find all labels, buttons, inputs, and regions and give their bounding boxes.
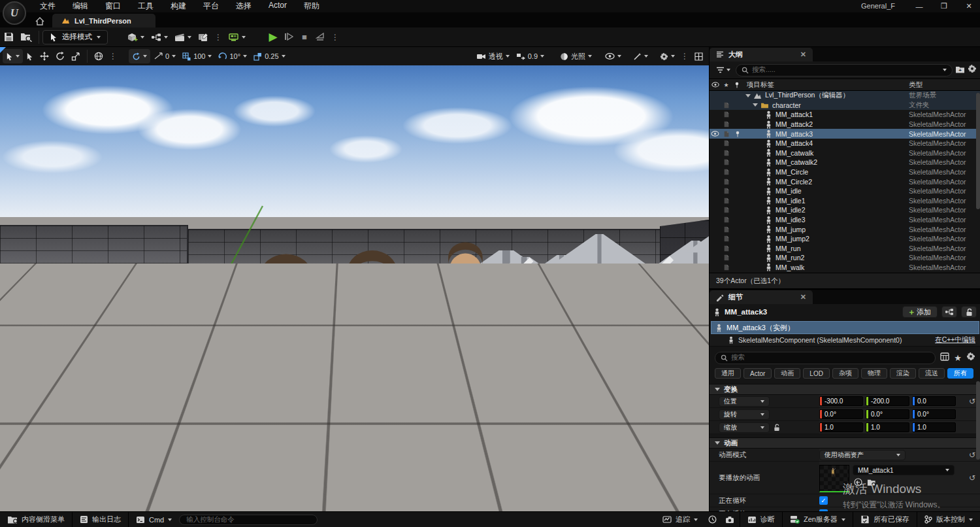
quad-view-button[interactable]: [691, 49, 706, 63]
move-tool-button[interactable]: [37, 49, 52, 63]
zen-server-button[interactable]: Zen服务器: [783, 512, 853, 527]
insights-icon[interactable]: [705, 512, 720, 527]
eject-button[interactable]: [313, 31, 327, 42]
outliner-row[interactable]: character 文件夹: [710, 101, 980, 110]
maximize-button[interactable]: ❒: [937, 1, 951, 12]
outliner-settings-button[interactable]: [968, 64, 977, 76]
content-drawer-button[interactable]: 内容侧滑菜单: [0, 512, 72, 527]
viewport-options-dots[interactable]: ⋮: [678, 52, 691, 61]
scale-tool-button[interactable]: [68, 49, 84, 63]
minimize-button[interactable]: —: [912, 1, 926, 12]
location-z-field[interactable]: 0.0: [912, 396, 956, 406]
animation-thumbnail[interactable]: [819, 465, 849, 492]
scale-dropdown[interactable]: 缩放: [719, 422, 770, 433]
tab-details[interactable]: 细节 ✕: [710, 290, 813, 304]
close-icon[interactable]: ✕: [800, 293, 806, 301]
tab-outliner[interactable]: 大纲 ✕: [710, 48, 813, 61]
outliner-filter-button[interactable]: [713, 67, 733, 74]
camera-speed-button[interactable]: 0.9: [513, 49, 547, 63]
outliner-row[interactable]: MM_catwalk2 SkeletalMeshActor: [710, 158, 980, 167]
location-dropdown[interactable]: 位置: [719, 396, 770, 407]
outliner-row[interactable]: MM_attack3 SkeletalMeshActor: [710, 129, 980, 139]
scale-snap-button[interactable]: 0.25: [250, 49, 288, 63]
lock-icon[interactable]: [961, 306, 977, 318]
trace-button[interactable]: 追踪: [655, 512, 705, 527]
rotation-x-field[interactable]: 0.0°: [819, 409, 863, 419]
details-filter-tab[interactable]: LOD: [803, 368, 830, 379]
scale-lock-icon[interactable]: [774, 424, 780, 432]
select-tool-button[interactable]: [23, 49, 37, 63]
menu-item[interactable]: 帮助: [295, 0, 328, 13]
outliner-row[interactable]: MM_Circle SkeletalMeshActor: [710, 167, 980, 177]
platforms-button[interactable]: [225, 29, 249, 45]
details-filter-tab[interactable]: Actor: [743, 368, 772, 379]
show-flags-button[interactable]: [602, 49, 625, 63]
blueprints-button[interactable]: [148, 29, 171, 45]
content-browser-button[interactable]: [17, 29, 35, 45]
outliner-row[interactable]: MM_idle SkeletalMeshActor: [710, 186, 980, 196]
revision-control-button[interactable]: 版本控制: [917, 512, 980, 527]
blueprint-edit-button[interactable]: [941, 306, 957, 318]
details-settings-icon[interactable]: [966, 352, 975, 364]
viewport-overflow-dots[interactable]: ⋮: [106, 52, 120, 61]
use-selected-asset-icon[interactable]: [854, 477, 862, 489]
world-coordinate-button[interactable]: [91, 49, 106, 63]
menu-item[interactable]: Actor: [260, 0, 295, 13]
view-mode-button[interactable]: 光照: [557, 49, 595, 63]
preview-wand-button[interactable]: [630, 49, 651, 63]
outliner-row[interactable]: MM_walk SkeletalMeshActor: [710, 263, 980, 273]
surface-snap-button[interactable]: 0: [150, 49, 179, 63]
column-item-label[interactable]: 项目标签: [742, 80, 909, 90]
display-options-icon[interactable]: [940, 352, 949, 364]
close-button[interactable]: ✕: [962, 1, 976, 12]
menu-item[interactable]: 构建: [162, 0, 195, 13]
details-filter-tab[interactable]: 通用: [715, 368, 741, 379]
location-y-field[interactable]: -200.0: [866, 396, 909, 406]
favorites-star-icon[interactable]: ★: [954, 353, 962, 363]
outliner-row[interactable]: MM_Circle2 SkeletalMeshActor: [710, 177, 980, 186]
scale-z-field[interactable]: 1.0: [912, 422, 956, 432]
editor-utilities-button[interactable]: [195, 29, 212, 45]
location-x-field[interactable]: -300.0: [819, 396, 863, 406]
outliner-row[interactable]: MM_idle2 SkeletalMeshActor: [710, 205, 980, 215]
outliner-row[interactable]: MM_attack1 SkeletalMeshActor: [710, 110, 980, 120]
section-transform[interactable]: 变换: [710, 384, 980, 395]
level-viewport[interactable]: ⋮ 0 100 10° 0.25: [0, 47, 709, 511]
rotate-tool-button[interactable]: [52, 49, 68, 63]
add-component-button[interactable]: +添加: [902, 306, 938, 318]
outliner-row[interactable]: MM_jump2 SkeletalMeshActor: [710, 234, 980, 244]
details-search-input[interactable]: 搜索: [715, 352, 936, 364]
scale-y-field[interactable]: 1.0: [866, 422, 909, 432]
browse-to-asset-icon[interactable]: [867, 477, 876, 489]
outliner-row[interactable]: MM_attack2 SkeletalMeshActor: [710, 120, 980, 129]
rotation-y-field[interactable]: 0.0°: [866, 409, 909, 419]
menu-item[interactable]: 编辑: [64, 0, 97, 13]
outliner-row[interactable]: Lvl_ThirdPerson（编辑器） 世界场景: [710, 91, 980, 101]
unreal-logo-icon[interactable]: U: [3, 1, 26, 25]
rotation-dropdown[interactable]: 旋转: [719, 409, 770, 420]
outliner-row[interactable]: MM_run2 SkeletalMeshActor: [710, 253, 980, 263]
toolbar-overflow-dots[interactable]: ⋮: [212, 33, 225, 42]
rotation-gizmo-dropdown[interactable]: [129, 49, 150, 63]
home-icon[interactable]: [33, 15, 47, 27]
cinematics-button[interactable]: [171, 29, 195, 45]
rotation-z-field[interactable]: 0.0°: [912, 409, 956, 419]
close-icon[interactable]: ✕: [800, 50, 806, 59]
outliner-row[interactable]: MM_jump SkeletalMeshActor: [710, 224, 980, 234]
menu-item[interactable]: 选择: [227, 0, 260, 13]
outliner-search-input[interactable]: 搜索.....: [736, 64, 953, 76]
details-filter-tab[interactable]: 渲染: [890, 368, 916, 379]
play-options-dots[interactable]: ⋮: [329, 33, 342, 42]
rotation-snap-button[interactable]: 10°: [215, 49, 250, 63]
viewport-scene[interactable]: Z X Y: [0, 65, 709, 511]
camera-mode-button[interactable]: 透视: [473, 49, 513, 63]
reset-anim-button[interactable]: ↺: [964, 473, 980, 483]
menu-item[interactable]: 平台: [195, 0, 227, 13]
console-command-input[interactable]: 输入控制台命令: [179, 515, 318, 525]
outliner-row[interactable]: MM_attack4 SkeletalMeshActor: [710, 139, 980, 148]
viewport-settings-button[interactable]: [657, 49, 678, 63]
diagnostics-button[interactable]: 诊断: [740, 512, 782, 527]
outliner-row[interactable]: MM_idle1 SkeletalMeshActor: [710, 196, 980, 206]
details-filter-tab[interactable]: 杂项: [832, 368, 858, 379]
outliner-row[interactable]: MM_catwalk SkeletalMeshActor: [710, 148, 980, 158]
